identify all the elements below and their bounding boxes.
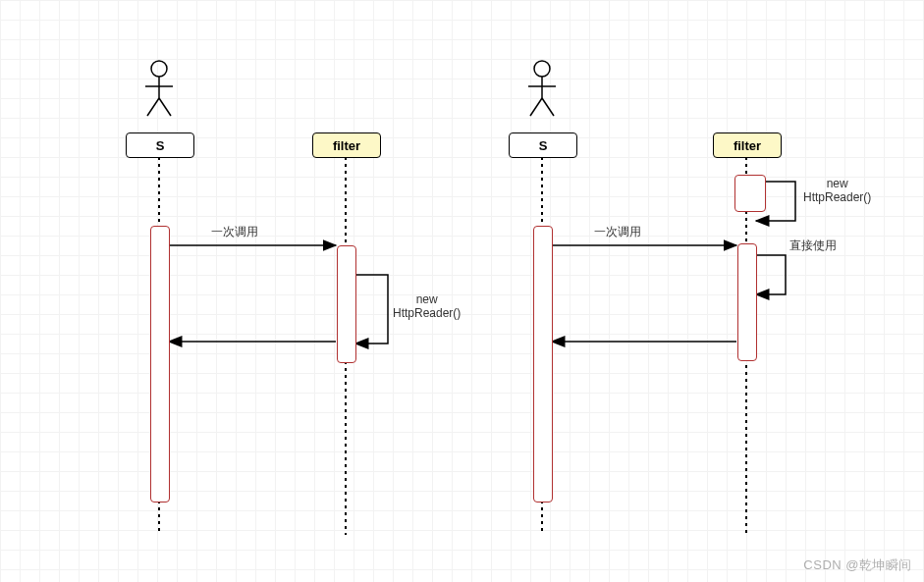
activation-s-left [150, 226, 170, 503]
direct-use-label: 直接使用 [789, 238, 837, 254]
svg-point-11 [534, 61, 550, 77]
filter-box: filter [713, 132, 782, 158]
svg-line-3 [147, 98, 159, 116]
actor-icon [528, 61, 556, 116]
activation-filter-left [337, 245, 356, 363]
svg-line-14 [530, 98, 542, 116]
activation-s-right [533, 226, 553, 503]
svg-line-4 [159, 98, 171, 116]
actor-s-label: S [156, 138, 165, 153]
filter-box: filter [312, 132, 381, 158]
self-call-label-right: new HttpReader() [803, 177, 871, 204]
actor-s-box: S [126, 132, 194, 158]
activation-filter-top-right [734, 175, 766, 212]
filter-label: filter [734, 138, 761, 153]
actor-s-box: S [509, 132, 577, 158]
call-label-left: 一次调用 [211, 224, 258, 240]
watermark: CSDN @乾坤瞬间 [803, 556, 912, 574]
diagram-svg [0, 0, 924, 582]
actor-icon [145, 61, 173, 116]
actor-s-label: S [539, 138, 548, 153]
filter-label: filter [333, 138, 360, 153]
activation-filter-right [737, 243, 757, 361]
svg-line-15 [542, 98, 554, 116]
svg-point-0 [151, 61, 167, 77]
call-label-right: 一次调用 [594, 224, 641, 240]
self-call-label-left: new HttpReader() [393, 292, 461, 320]
